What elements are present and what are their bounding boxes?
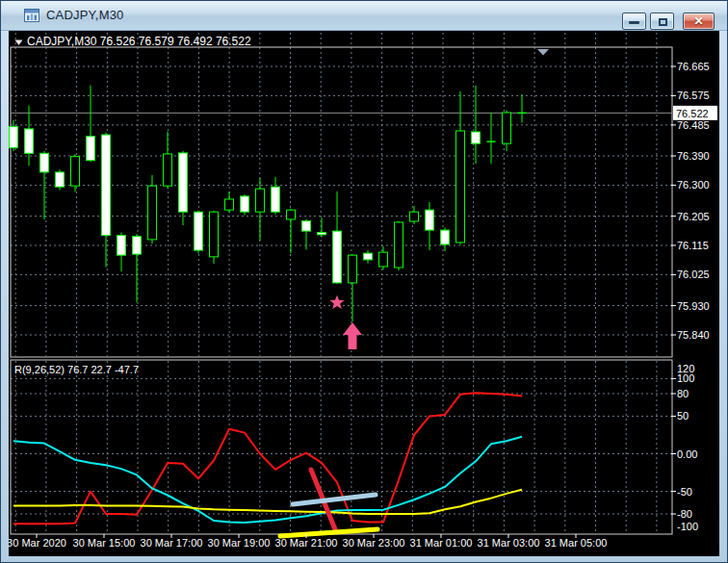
candle-body bbox=[364, 253, 373, 260]
price-axis-label: 75.840 bbox=[677, 329, 710, 341]
candle-body bbox=[503, 113, 511, 143]
candle-body bbox=[318, 232, 326, 234]
ohlc-info-line: CADJPY,M30 76.526 76.579 76.492 76.522 bbox=[27, 35, 251, 48]
price-axis-label: 76.205 bbox=[677, 211, 710, 222]
candle-body bbox=[456, 131, 465, 243]
candle-body bbox=[426, 210, 434, 230]
minimize-icon bbox=[629, 21, 639, 24]
restore-icon bbox=[659, 18, 667, 26]
time-axis-label: 30 Mar 15:00 bbox=[73, 537, 136, 549]
price-axis-label: 75.930 bbox=[677, 300, 710, 312]
signal-star-icon bbox=[329, 295, 344, 310]
candle-body bbox=[164, 154, 172, 186]
candle-body bbox=[241, 196, 249, 212]
candle-body bbox=[10, 127, 18, 148]
candle-body bbox=[210, 212, 219, 257]
time-axis-label: 30 Mar 21:00 bbox=[275, 537, 338, 549]
candle-body bbox=[395, 222, 403, 268]
candle-body bbox=[148, 186, 157, 240]
chart-client-area[interactable]: 76.66576.57576.48576.39076.30076.20576.1… bbox=[9, 31, 719, 556]
price-axis-label: 76.390 bbox=[677, 150, 710, 162]
restore-button[interactable] bbox=[650, 13, 674, 30]
candle-body bbox=[225, 199, 234, 210]
candle-body bbox=[287, 210, 296, 219]
candle-body bbox=[333, 231, 342, 283]
close-icon: ✕ bbox=[684, 14, 714, 28]
symbol-dropdown-icon[interactable] bbox=[15, 40, 23, 46]
price-axis-label: 76.300 bbox=[677, 179, 710, 191]
chart-window-icon bbox=[24, 9, 39, 24]
candle-body bbox=[179, 153, 188, 212]
candle-body bbox=[256, 189, 265, 212]
candle-body bbox=[117, 236, 126, 256]
price-axis-label: 76.665 bbox=[677, 61, 710, 72]
candle-body bbox=[272, 187, 280, 212]
indicator-axis-label: 0.00 bbox=[677, 448, 697, 460]
candle-body bbox=[349, 255, 357, 283]
indicator-axis-label: -50 bbox=[677, 486, 692, 498]
price-axis-label: 76.575 bbox=[677, 90, 710, 101]
price-axis-label: 76.115 bbox=[677, 240, 709, 251]
price-axis-label: 76.485 bbox=[677, 119, 710, 131]
candle-body bbox=[71, 157, 80, 186]
time-axis-label: 31 Mar 03:00 bbox=[478, 537, 540, 549]
chart-shift-marker-icon[interactable] bbox=[537, 49, 549, 56]
candle-body bbox=[441, 230, 450, 244]
indicator-axis-label: 50 bbox=[677, 410, 689, 422]
time-axis-label: 31 Mar 05:00 bbox=[545, 537, 608, 549]
candle-body bbox=[133, 237, 142, 255]
candle-body bbox=[379, 252, 388, 267]
window-title: CADJPY,M30 bbox=[46, 8, 124, 22]
titlebar[interactable]: CADJPY,M30 ✕ bbox=[1, 1, 728, 31]
candle-body bbox=[25, 129, 34, 153]
indicator-line-red bbox=[13, 393, 522, 524]
candle-body bbox=[195, 212, 203, 250]
candle-body bbox=[56, 172, 65, 187]
candle-body bbox=[472, 132, 481, 143]
time-axis-label: 30 Mar 2020 bbox=[9, 537, 66, 549]
buy-arrow-icon bbox=[343, 322, 362, 349]
candle-body bbox=[410, 212, 419, 221]
indicator-axis-label: 80 bbox=[677, 388, 689, 399]
indicator-axis-label: 100 bbox=[677, 372, 694, 384]
price-axis-label: 76.025 bbox=[677, 269, 710, 280]
time-axis-label: 30 Mar 23:00 bbox=[343, 537, 405, 549]
current-price-label: 76.522 bbox=[676, 108, 709, 119]
time-axis-label: 31 Mar 01:00 bbox=[410, 537, 473, 549]
indicator-axis-label: -100 bbox=[677, 521, 698, 532]
chart-canvas[interactable]: 76.66576.57576.48576.39076.30076.20576.1… bbox=[9, 31, 719, 556]
minimize-button[interactable] bbox=[622, 13, 646, 30]
indicator-label: R(9,26,52) 76.7 22.7 -47.7 bbox=[14, 364, 139, 375]
indicator-axis-label: -80 bbox=[677, 508, 692, 520]
candle-body bbox=[40, 153, 49, 172]
chart-window: CADJPY,M30 ✕ 76.66576.57576.48576.39076.… bbox=[0, 0, 728, 563]
time-axis-label: 30 Mar 19:00 bbox=[208, 537, 271, 549]
close-button[interactable]: ✕ bbox=[683, 13, 715, 30]
yellow-trendline[interactable] bbox=[280, 529, 377, 536]
lightblue-trendline[interactable] bbox=[293, 495, 376, 504]
time-axis-label: 30 Mar 17:00 bbox=[141, 537, 203, 549]
indicator-frame bbox=[11, 360, 672, 534]
candle-body bbox=[302, 221, 311, 231]
candle-body bbox=[87, 137, 95, 161]
candle-body bbox=[102, 135, 111, 235]
